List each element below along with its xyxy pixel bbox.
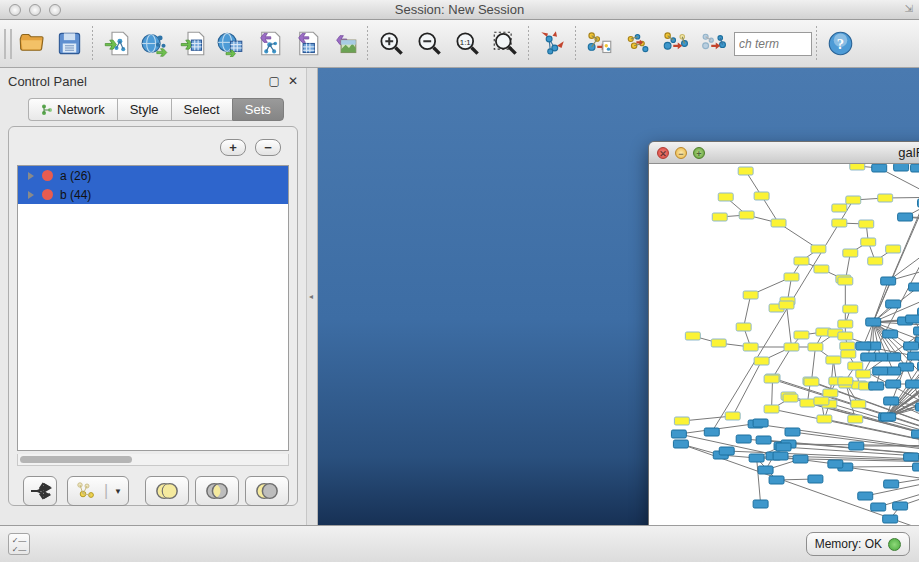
graph-node[interactable] — [913, 463, 919, 471]
group-expand-button[interactable] — [618, 25, 656, 63]
graph-node[interactable] — [846, 196, 861, 204]
graph-node[interactable] — [711, 339, 726, 347]
graph-node[interactable] — [868, 257, 883, 265]
export-table-button[interactable] — [287, 25, 325, 63]
graph-node[interactable] — [828, 460, 843, 468]
graph-node[interactable] — [908, 352, 919, 360]
graph-node[interactable] — [794, 257, 809, 265]
graph-node[interactable] — [756, 436, 771, 444]
graph-node[interactable] — [878, 194, 893, 202]
graph-node[interactable] — [832, 204, 847, 212]
set-row-a[interactable]: a (26) — [18, 166, 288, 185]
graph-node[interactable] — [869, 382, 884, 390]
graph-node[interactable] — [749, 454, 764, 462]
graph-node[interactable] — [909, 283, 919, 291]
remove-set-button[interactable]: − — [255, 139, 281, 156]
graph-node[interactable] — [904, 453, 919, 461]
tab-style[interactable]: Style — [117, 98, 171, 121]
graph-node[interactable] — [771, 219, 786, 227]
close-panel-icon[interactable]: ✕ — [288, 74, 298, 88]
import-network-file-button[interactable] — [97, 25, 135, 63]
graph-node[interactable] — [804, 378, 819, 386]
graph-node[interactable] — [893, 502, 908, 510]
graph-node[interactable] — [911, 164, 919, 172]
zoom-out-button[interactable] — [410, 25, 448, 63]
graph-node[interactable] — [881, 277, 896, 285]
tab-select[interactable]: Select — [171, 98, 232, 121]
graph-node[interactable] — [916, 403, 919, 411]
graph-node[interactable] — [843, 305, 858, 313]
memory-button[interactable]: Memory: OK — [806, 532, 910, 556]
graph-node[interactable] — [838, 377, 853, 385]
graph-edge[interactable] — [845, 466, 919, 467]
graph-node[interactable] — [838, 332, 853, 340]
graph-node[interactable] — [808, 343, 823, 351]
graph-node[interactable] — [883, 515, 898, 523]
horizontal-scrollbar[interactable] — [17, 454, 289, 466]
maximize-view-button[interactable]: + — [693, 147, 705, 159]
graph-node[interactable] — [848, 362, 863, 370]
graph-node[interactable] — [754, 357, 769, 365]
graph-node[interactable] — [671, 430, 686, 438]
graph-node[interactable] — [817, 415, 832, 423]
graph-node[interactable] — [914, 327, 919, 335]
graph-node[interactable] — [843, 249, 858, 257]
import-network-web-button[interactable] — [135, 25, 173, 63]
graph-node[interactable] — [753, 500, 768, 508]
import-table-file-button[interactable] — [173, 25, 211, 63]
graph-node[interactable] — [906, 315, 919, 323]
graph-node[interactable] — [725, 412, 740, 420]
graph-node[interactable] — [881, 413, 896, 421]
graph-edge[interactable] — [733, 361, 762, 416]
graph-node[interactable] — [883, 330, 898, 338]
graph-node[interactable] — [894, 164, 909, 171]
graph-node[interactable] — [800, 399, 815, 407]
intersection-button[interactable] — [195, 476, 239, 506]
graph-edge[interactable] — [845, 467, 919, 487]
graph-node[interactable] — [784, 273, 799, 281]
graph-node[interactable] — [769, 476, 784, 484]
graph-node[interactable] — [743, 291, 758, 299]
toolbar-grip[interactable] — [4, 29, 12, 59]
graph-node[interactable] — [851, 400, 866, 408]
dropdown-arrow-icon[interactable]: ▼ — [114, 487, 122, 496]
open-file-button[interactable] — [12, 25, 50, 63]
graph-node[interactable] — [866, 318, 881, 326]
graph-node[interactable] — [808, 475, 823, 483]
scrollbar-thumb[interactable] — [20, 456, 132, 463]
graph-node[interactable] — [736, 435, 751, 443]
graph-node[interactable] — [912, 430, 919, 438]
graph-edge[interactable] — [873, 264, 919, 322]
graph-node[interactable] — [736, 323, 751, 331]
save-session-button[interactable] — [50, 25, 88, 63]
graph-node[interactable] — [841, 350, 856, 358]
set-row-b[interactable]: b (44) — [18, 185, 288, 204]
tab-network[interactable]: Network — [28, 98, 117, 121]
graph-node[interactable] — [753, 419, 768, 427]
graph-node[interactable] — [873, 367, 888, 375]
network-window-titlebar[interactable]: ✕ − + galFiltered.sif — [649, 142, 919, 164]
graph-node[interactable] — [785, 428, 800, 436]
graph-edge[interactable] — [787, 305, 792, 347]
graph-node[interactable] — [718, 193, 733, 201]
graph-node[interactable] — [832, 219, 847, 227]
graph-edge[interactable] — [879, 168, 919, 251]
graph-node[interactable] — [779, 301, 794, 309]
graph-node[interactable] — [783, 394, 798, 402]
graph-node[interactable] — [884, 397, 899, 405]
apply-layout-button[interactable] — [533, 25, 571, 63]
graph-node[interactable] — [793, 455, 808, 463]
graph-node[interactable] — [886, 245, 901, 253]
expander-icon[interactable] — [28, 172, 34, 180]
graph-node[interactable] — [848, 415, 863, 423]
zoom-fit-button[interactable]: 1:1 — [448, 25, 486, 63]
graph-node[interactable] — [850, 164, 865, 170]
import-table-web-button[interactable] — [211, 25, 249, 63]
graph-node[interactable] — [871, 503, 886, 511]
task-history-button[interactable]: ✓—✓— — [8, 533, 30, 555]
graph-node[interactable] — [849, 442, 864, 450]
graph-node[interactable] — [872, 164, 887, 172]
group-collapse-button[interactable] — [656, 25, 694, 63]
group-create-button[interactable] — [580, 25, 618, 63]
graph-node[interactable] — [886, 380, 901, 388]
